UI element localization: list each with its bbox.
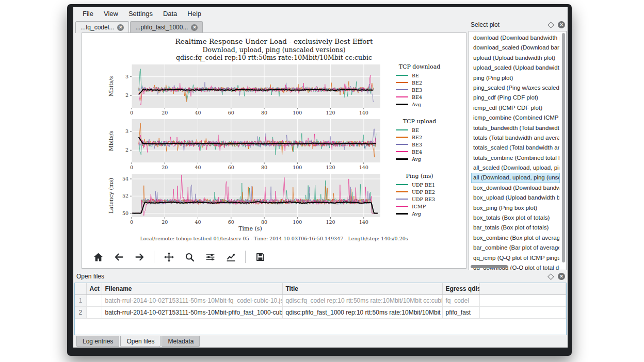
customize-button[interactable] (222, 250, 239, 264)
bottom-tabbar: Log entriesOpen filesMetadata (76, 336, 201, 347)
header-act[interactable]: Act▲ (86, 283, 102, 295)
egress-qdisc-cell: fq_codel (442, 295, 479, 307)
plot-list-item[interactable]: icmp_combine (Combined ICMP ping pl (471, 113, 560, 123)
menu-data[interactable]: Data (158, 8, 182, 19)
plot-list-item[interactable]: ping_cdf (Ping CDF plot) (471, 93, 560, 103)
svg-text:0: 0 (130, 164, 133, 170)
save-button[interactable] (251, 250, 269, 264)
svg-text:40: 40 (195, 164, 201, 170)
legend-entry-label: ICMP (412, 204, 426, 209)
plot-list-item[interactable]: download (Download bandwidth plot) (471, 33, 560, 43)
data-file-tab-1[interactable]: ...fq_codel...✕ (75, 21, 129, 33)
table-row[interactable]: 1batch-rrul-2014-10-02T153111-50ms-10Mbi… (75, 295, 566, 307)
plot-list-item[interactable]: ping (Ping plot) (471, 73, 560, 83)
plot-canvas[interactable]: Realtime Response Under Load - exclusive… (82, 32, 466, 269)
header-title[interactable]: Title (282, 283, 442, 295)
subplot-tcp_download: Mbits/s02040608010012014023TCP downloadB… (108, 62, 466, 116)
bottom-tab-open-files[interactable]: Open files (120, 336, 160, 347)
legend-entry: Avg (387, 155, 453, 162)
float-panel-icon[interactable] (548, 273, 554, 280)
select-plot-title: Select plot (471, 21, 549, 28)
legend-entry-label: BE2 (412, 80, 422, 86)
plot-list-item[interactable]: totals_bandwidth (Total bandwidth) (471, 123, 560, 133)
y-axis-label: Mbits/s (108, 62, 116, 110)
menu-settings[interactable]: Settings (123, 8, 158, 19)
plot-list-item[interactable]: box_combine (Box plot of averages of se (471, 233, 560, 243)
forward-icon (134, 252, 145, 262)
row-number: 2 (75, 307, 86, 319)
legend-line-swatch (396, 104, 408, 105)
tab-label: ...fq_codel... (81, 24, 114, 31)
plot-list-item[interactable]: totals_combine (Combined total bandw (471, 153, 560, 163)
close-panel-icon[interactable]: ✕ (558, 21, 565, 28)
svg-text:60: 60 (228, 110, 234, 116)
bottom-tab-log-entries[interactable]: Log entries (76, 336, 119, 347)
plot-list-item[interactable]: box_upload (Upload bandwidth box plo (471, 193, 560, 203)
filename-cell: batch-rrul-2014-10-02T153111-50ms-10Mbit… (102, 307, 282, 319)
legend-entry: BE (387, 126, 453, 134)
legend-line-swatch (396, 137, 408, 138)
close-panel-icon[interactable]: ✕ (558, 273, 565, 280)
legend-line-swatch (396, 89, 408, 90)
float-panel-icon[interactable] (548, 22, 554, 28)
open-files-dock: Open files ✕ Act▲ Filename Title Egress (74, 271, 567, 335)
menubar: FileViewSettingsDataHelp (73, 7, 568, 20)
plot-list-item[interactable]: qq_icmp (Q-Q plot of ICMP pings) (471, 253, 560, 263)
svg-text:80: 80 (261, 164, 267, 170)
plot-list[interactable]: download (Download bandwidth plot)downlo… (469, 31, 567, 270)
plot-list-item[interactable]: upload (Upload bandwidth plot) (471, 53, 560, 63)
subplot-axes-ping[interactable]: 020406080100120140505254 (116, 172, 384, 225)
header-egress-qdisc[interactable]: Egress qdisc (442, 283, 479, 295)
plot-list-item[interactable]: all_scaled (Download, upload, ping (scal… (471, 163, 560, 173)
plot-list-item[interactable]: ping_scaled (Ping w/axes scaled to remo (471, 83, 560, 93)
horizontal-scrollbar[interactable] (471, 265, 508, 268)
plot-list-item[interactable]: download_scaled (Download bandwidth (471, 43, 560, 53)
data-file-tab-2[interactable]: ...pfifo_fast_1000...✕ (130, 21, 203, 33)
legend-entry-label: Avg (412, 102, 421, 107)
header-filename[interactable]: Filename (102, 283, 282, 295)
plot-list-item[interactable]: all (Download, upload, ping (unscaled ve (471, 173, 560, 183)
back-icon (114, 252, 124, 262)
subplots-button[interactable] (201, 250, 219, 264)
subplot-axes-tcp_upload[interactable]: 02040608010012014023 (116, 117, 384, 171)
bottom-tab-metadata[interactable]: Metadata (162, 336, 200, 347)
tab-close-icon[interactable]: ✕ (191, 24, 198, 31)
legend-line-swatch (396, 82, 408, 83)
svg-text:80: 80 (261, 110, 267, 116)
plot-list-item[interactable]: box_ping (Ping box plot) (471, 203, 560, 213)
plot-list-item[interactable]: upload_scaled (Upload bandwidth w/ax (471, 63, 560, 73)
table-row[interactable]: 2batch-rrul-2014-10-02T153111-50ms-10Mbi… (75, 307, 566, 319)
plot-list-item[interactable]: bar_totals (Box plot of totals) (471, 223, 560, 233)
tab-label: ...pfifo_fast_1000... (135, 24, 188, 31)
svg-text:54: 54 (122, 176, 128, 182)
svg-text:20: 20 (162, 110, 168, 116)
open-files-rows: 1batch-rrul-2014-10-02T153111-50ms-10Mbi… (75, 295, 566, 319)
plot-list-item[interactable]: totals (Total bandwidth and average pin (471, 133, 560, 143)
menu-help[interactable]: Help (182, 8, 206, 19)
subplot-axes-tcp_download[interactable]: 02040608010012014023 (116, 62, 384, 116)
legend-entry-label: UDP BE2 (412, 189, 435, 195)
legend-line-swatch (396, 129, 408, 130)
menu-view[interactable]: View (99, 8, 123, 19)
tab-close-icon[interactable]: ✕ (117, 24, 124, 31)
plot-list-item[interactable]: totals_scaled (Total bandwidth and aver (471, 143, 560, 153)
svg-text:3: 3 (125, 128, 128, 134)
back-button[interactable] (110, 250, 127, 264)
plot-list-item[interactable]: icmp_cdf (ICMP CDF plot) (471, 103, 560, 113)
legend-title: TCP upload (387, 118, 453, 125)
zoom-button[interactable] (181, 250, 198, 264)
title-cell: qdisc:pfifo_fast_1000 rep:10 rtt:50ms ra… (282, 307, 442, 319)
home-button[interactable] (89, 250, 107, 264)
plot-list-item[interactable]: bar_combine (Bar plot of averages of se (471, 243, 560, 253)
vertical-scrollbar[interactable] (562, 33, 565, 262)
open-files-table-frame: Act▲ Filename Title Egress qdisc 1batch-… (74, 283, 567, 335)
menu-file[interactable]: File (77, 8, 99, 19)
subplots-icon (205, 252, 216, 262)
plot-list-item[interactable]: box_download (Download bandwidth b (471, 183, 560, 193)
legend-entry: UDP BE3 (387, 195, 453, 203)
forward-button[interactable] (131, 250, 148, 264)
pan-button[interactable] (160, 250, 178, 264)
plot-list-item[interactable]: box_totals (Box plot of totals) (471, 213, 560, 223)
legend-entry: BE2 (387, 134, 453, 141)
legend-entry: Avg (387, 101, 453, 108)
